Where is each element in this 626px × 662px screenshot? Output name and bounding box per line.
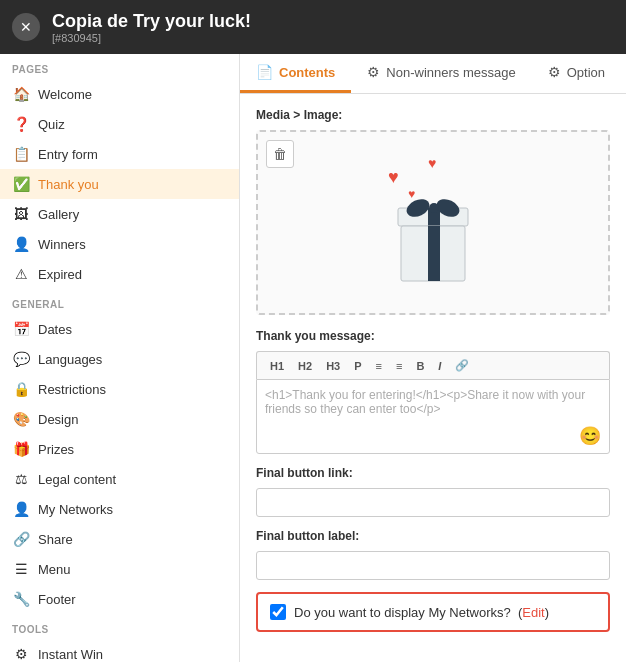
svg-text:♥: ♥ bbox=[388, 167, 399, 187]
final-button-link-group: Final button link: bbox=[256, 466, 610, 517]
menu-icon: ☰ bbox=[12, 560, 30, 578]
svg-text:♥: ♥ bbox=[428, 155, 436, 171]
header-info: Copia de Try your luck! [#830945] bbox=[52, 11, 251, 44]
non-winners-tab-icon: ⚙ bbox=[367, 64, 380, 80]
main-panel: 📄 Contents ⚙ Non-winners message ⚙ Optio… bbox=[240, 54, 626, 662]
sidebar-item-legal-content[interactable]: ⚖ Legal content bbox=[0, 464, 239, 494]
final-button-link-label: Final button link: bbox=[256, 466, 610, 480]
languages-icon: 💬 bbox=[12, 350, 30, 368]
networks-checkbox-label: Do you want to display My Networks? (Edi… bbox=[294, 605, 549, 620]
header: ✕ Copia de Try your luck! [#830945] bbox=[0, 0, 626, 54]
sidebar-label-dates: Dates bbox=[38, 322, 72, 337]
sidebar-label-expired: Expired bbox=[38, 267, 82, 282]
tab-non-winners-message[interactable]: ⚙ Non-winners message bbox=[351, 54, 531, 93]
tools-section-label: TOOLS bbox=[0, 614, 239, 639]
gallery-icon: 🖼 bbox=[12, 205, 30, 223]
sidebar-label-quiz: Quiz bbox=[38, 117, 65, 132]
media-section-label: Media > Image: bbox=[256, 108, 610, 122]
sidebar-item-thank-you[interactable]: ✅ Thank you bbox=[0, 169, 239, 199]
sidebar-label-welcome: Welcome bbox=[38, 87, 92, 102]
thank-you-icon: ✅ bbox=[12, 175, 30, 193]
tab-bar: 📄 Contents ⚙ Non-winners message ⚙ Optio… bbox=[240, 54, 626, 94]
editor-body[interactable]: <h1>Thank you for entering!</h1><p>Share… bbox=[256, 379, 610, 454]
prizes-icon: 🎁 bbox=[12, 440, 30, 458]
sidebar-item-instant-win[interactable]: ⚙ Instant Win bbox=[0, 639, 239, 662]
sidebar-item-footer[interactable]: 🔧 Footer bbox=[0, 584, 239, 614]
sidebar-item-design[interactable]: 🎨 Design bbox=[0, 404, 239, 434]
instant-win-icon: ⚙ bbox=[12, 645, 30, 662]
tab-contents-label: Contents bbox=[279, 65, 335, 80]
sidebar-label-prizes: Prizes bbox=[38, 442, 74, 457]
sidebar-label-legal-content: Legal content bbox=[38, 472, 116, 487]
svg-rect-6 bbox=[428, 226, 440, 281]
delete-image-button[interactable]: 🗑 bbox=[266, 140, 294, 168]
sidebar-label-gallery: Gallery bbox=[38, 207, 79, 222]
restrictions-icon: 🔒 bbox=[12, 380, 30, 398]
sidebar-item-expired[interactable]: ⚠ Expired bbox=[0, 259, 239, 289]
sidebar-label-share: Share bbox=[38, 532, 73, 547]
toolbar-h3[interactable]: H3 bbox=[321, 358, 345, 374]
final-button-label-group: Final button label: bbox=[256, 529, 610, 580]
close-button[interactable]: ✕ bbox=[12, 13, 40, 41]
tab-option-label: Option bbox=[567, 65, 605, 80]
campaign-id: [#830945] bbox=[52, 32, 251, 44]
final-button-label-label: Final button label: bbox=[256, 529, 610, 543]
toolbar-ol[interactable]: ≡ bbox=[391, 358, 407, 374]
toolbar-link[interactable]: 🔗 bbox=[450, 357, 474, 374]
trash-icon: 🗑 bbox=[273, 146, 287, 162]
sidebar-label-my-networks: My Networks bbox=[38, 502, 113, 517]
toolbar-h1[interactable]: H1 bbox=[265, 358, 289, 374]
option-tab-icon: ⚙ bbox=[548, 64, 561, 80]
toolbar-italic[interactable]: I bbox=[433, 358, 446, 374]
toolbar-bold[interactable]: B bbox=[411, 358, 429, 374]
sidebar-item-restrictions[interactable]: 🔒 Restrictions bbox=[0, 374, 239, 404]
sidebar-item-my-networks[interactable]: 👤 My Networks bbox=[0, 494, 239, 524]
final-button-label-input[interactable] bbox=[256, 551, 610, 580]
quiz-icon: ❓ bbox=[12, 115, 30, 133]
sidebar-item-dates[interactable]: 📅 Dates bbox=[0, 314, 239, 344]
networks-bar: Do you want to display My Networks? (Edi… bbox=[256, 592, 610, 632]
sidebar-item-gallery[interactable]: 🖼 Gallery bbox=[0, 199, 239, 229]
sidebar-label-instant-win: Instant Win bbox=[38, 647, 103, 662]
image-area: 🗑 ♥ ♥ ♥ bbox=[256, 130, 610, 315]
tab-option[interactable]: ⚙ Option bbox=[532, 54, 621, 93]
welcome-icon: 🏠 bbox=[12, 85, 30, 103]
networks-edit-link[interactable]: Edit bbox=[522, 605, 544, 620]
sidebar-label-winners: Winners bbox=[38, 237, 86, 252]
svg-point-9 bbox=[429, 203, 439, 213]
networks-checkbox[interactable] bbox=[270, 604, 286, 620]
content-area: Media > Image: 🗑 ♥ ♥ ♥ bbox=[240, 94, 626, 662]
sidebar-label-menu: Menu bbox=[38, 562, 71, 577]
tab-non-winners-label: Non-winners message bbox=[386, 65, 515, 80]
legal-content-icon: ⚖ bbox=[12, 470, 30, 488]
sidebar-item-prizes[interactable]: 🎁 Prizes bbox=[0, 434, 239, 464]
sidebar-label-design: Design bbox=[38, 412, 78, 427]
sidebar-label-languages: Languages bbox=[38, 352, 102, 367]
sidebar-label-restrictions: Restrictions bbox=[38, 382, 106, 397]
layout: PAGES 🏠 Welcome ❓ Quiz 📋 Entry form ✅ Th… bbox=[0, 54, 626, 662]
sidebar-item-winners[interactable]: 👤 Winners bbox=[0, 229, 239, 259]
toolbar-p[interactable]: P bbox=[349, 358, 366, 374]
emoji-button[interactable]: 😊 bbox=[579, 425, 601, 447]
sidebar-item-welcome[interactable]: 🏠 Welcome bbox=[0, 79, 239, 109]
entry-form-icon: 📋 bbox=[12, 145, 30, 163]
design-icon: 🎨 bbox=[12, 410, 30, 428]
dates-icon: 📅 bbox=[12, 320, 30, 338]
toolbar-h2[interactable]: H2 bbox=[293, 358, 317, 374]
sidebar-item-menu[interactable]: ☰ Menu bbox=[0, 554, 239, 584]
my-networks-icon: 👤 bbox=[12, 500, 30, 518]
share-icon: 🔗 bbox=[12, 530, 30, 548]
thank-you-message-group: Thank you message: H1 H2 H3 P ≡ ≡ B I 🔗 … bbox=[256, 329, 610, 454]
sidebar-item-entry-form[interactable]: 📋 Entry form bbox=[0, 139, 239, 169]
editor-placeholder: <h1>Thank you for entering!</h1><p>Share… bbox=[265, 388, 585, 416]
sidebar-label-thank-you: Thank you bbox=[38, 177, 99, 192]
svg-text:♥: ♥ bbox=[408, 187, 415, 201]
expired-icon: ⚠ bbox=[12, 265, 30, 283]
final-button-link-input[interactable] bbox=[256, 488, 610, 517]
toolbar-ul[interactable]: ≡ bbox=[371, 358, 387, 374]
sidebar-item-quiz[interactable]: ❓ Quiz bbox=[0, 109, 239, 139]
sidebar-item-languages[interactable]: 💬 Languages bbox=[0, 344, 239, 374]
sidebar-label-entry-form: Entry form bbox=[38, 147, 98, 162]
sidebar-item-share[interactable]: 🔗 Share bbox=[0, 524, 239, 554]
tab-contents[interactable]: 📄 Contents bbox=[240, 54, 351, 93]
